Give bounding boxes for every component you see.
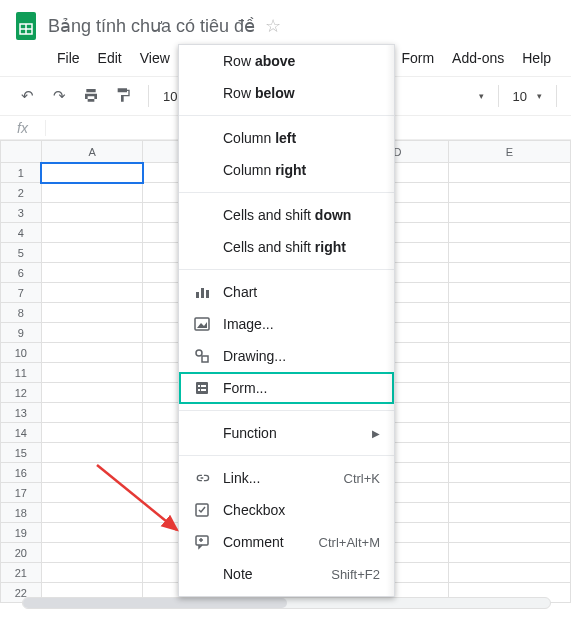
menu-file[interactable]: File [50, 46, 87, 70]
menu-cells-shift-down[interactable]: Cells and shift down [179, 199, 394, 231]
form-icon [193, 379, 211, 397]
svg-rect-4 [196, 292, 199, 298]
svg-rect-12 [198, 385, 200, 387]
svg-rect-6 [206, 290, 209, 298]
menu-addons[interactable]: Add-ons [445, 46, 511, 70]
menu-form[interactable]: Form... [179, 372, 394, 404]
menu-edit[interactable]: Edit [91, 46, 129, 70]
svg-rect-15 [201, 389, 206, 391]
fx-label: fx [0, 120, 46, 136]
menu-comment[interactable]: CommentCtrl+Alt+M [179, 526, 394, 558]
image-icon [193, 315, 211, 333]
font-size[interactable]: 10 ▾ [513, 89, 542, 104]
comment-icon [193, 533, 211, 551]
menu-function[interactable]: Function▶ [179, 417, 394, 449]
svg-rect-5 [201, 288, 204, 298]
menu-note[interactable]: NoteShift+F2 [179, 558, 394, 590]
col-header-a[interactable]: A [41, 141, 143, 163]
star-icon[interactable]: ☆ [265, 15, 281, 37]
drawing-icon [193, 347, 211, 365]
menu-row-below[interactable]: Row below [179, 77, 394, 109]
svg-point-9 [196, 350, 202, 356]
menu-checkbox[interactable]: Checkbox [179, 494, 394, 526]
col-header-e[interactable]: E [448, 141, 570, 163]
cell-a1[interactable] [41, 163, 143, 183]
menu-row-above[interactable]: Row above [179, 45, 394, 77]
sheets-logo [12, 8, 40, 44]
menu-form[interactable]: Form [394, 46, 441, 70]
menu-cells-shift-right[interactable]: Cells and shift right [179, 231, 394, 263]
menu-column-right[interactable]: Column right [179, 154, 394, 186]
doc-title[interactable]: Bảng tính chưa có tiêu đề [48, 15, 255, 37]
checkbox-icon [193, 501, 211, 519]
svg-rect-10 [202, 356, 208, 362]
menu-help[interactable]: Help [515, 46, 558, 70]
print-icon[interactable] [80, 87, 102, 106]
menu-view[interactable]: View [133, 46, 177, 70]
redo-icon[interactable]: ↷ [48, 87, 70, 105]
insert-menu-dropdown: Row above Row below Column left Column r… [178, 44, 395, 597]
svg-marker-8 [197, 322, 207, 328]
menu-drawing[interactable]: Drawing... [179, 340, 394, 372]
submenu-arrow-icon: ▶ [372, 428, 380, 439]
link-icon [193, 469, 211, 487]
font-dropdown-caret[interactable]: ▾ [479, 91, 484, 101]
menu-chart[interactable]: Chart [179, 276, 394, 308]
menu-image[interactable]: Image... [179, 308, 394, 340]
select-all-corner[interactable] [1, 141, 42, 163]
horizontal-scrollbar[interactable] [22, 597, 551, 609]
svg-rect-13 [201, 385, 206, 387]
undo-icon[interactable]: ↶ [16, 87, 38, 105]
paint-format-icon[interactable] [112, 87, 134, 106]
menu-column-left[interactable]: Column left [179, 122, 394, 154]
chart-icon [193, 283, 211, 301]
svg-rect-14 [198, 389, 200, 391]
svg-rect-11 [196, 382, 208, 394]
menu-link[interactable]: Link...Ctrl+K [179, 462, 394, 494]
